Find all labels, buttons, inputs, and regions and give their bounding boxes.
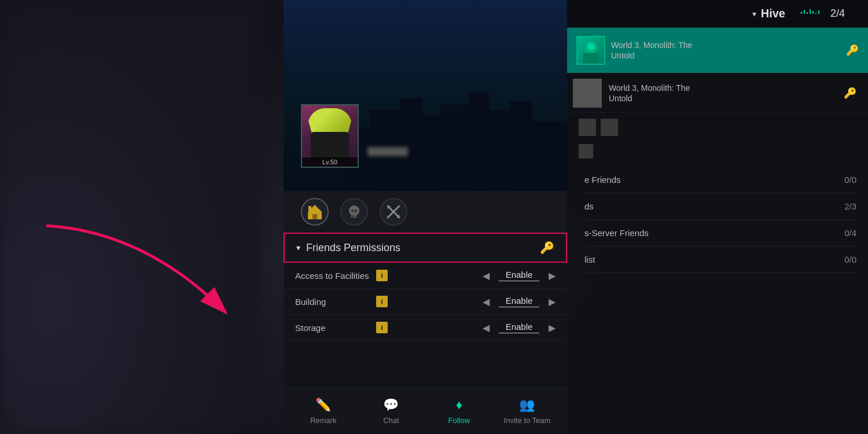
- chat-button[interactable]: 💬 Chat: [368, 398, 414, 425]
- icons-row: [284, 191, 567, 233]
- permission-row-access: Access to Facilities i ◀ Enable ▶: [284, 263, 567, 289]
- member-1-key-icon[interactable]: 🔑: [846, 44, 859, 57]
- permissions-title: Friends Permissions: [306, 242, 400, 254]
- member-2-key-icon[interactable]: 🔑: [844, 87, 856, 100]
- invite-label: Invite to Team: [504, 416, 551, 425]
- small-squares-row: [567, 113, 868, 142]
- svg-point-19: [351, 209, 354, 212]
- follow-button[interactable]: ♦ Follow: [436, 398, 482, 425]
- character-avatar: Lv.50: [301, 104, 359, 168]
- building-next-button[interactable]: ▶: [549, 296, 556, 307]
- permissions-header[interactable]: ▾ Friends Permissions 🔑: [284, 233, 567, 263]
- storage-prev-button[interactable]: ◀: [483, 322, 490, 333]
- svg-rect-3: [440, 104, 469, 191]
- svg-rect-14: [308, 206, 311, 209]
- member-1-location: World 3, Monolith: The Untold: [611, 40, 840, 61]
- follow-icon: ♦: [456, 398, 462, 413]
- arrow-annotation: [29, 220, 249, 336]
- action-bar: ✏️ Remark 💬 Chat ♦ Follow 👥 Invite to Te…: [284, 388, 567, 434]
- access-facilities-controls: ◀ Enable ▶: [395, 270, 556, 281]
- svg-rect-34: [583, 53, 599, 64]
- hive-member-2: World 3, Monolith: The Untold 🔑: [567, 74, 868, 113]
- permissions-section: ▾ Friends Permissions 🔑 Access to Facili…: [284, 233, 567, 388]
- member-1-avatar: [576, 36, 605, 65]
- member-1-info: World 3, Monolith: The Untold: [611, 40, 840, 61]
- right-label-3: list: [584, 255, 595, 264]
- svg-point-35: [587, 43, 595, 50]
- right-panel: ▾ Hive 2/4: [567, 0, 868, 434]
- small-square-3: [579, 144, 593, 159]
- hive-wave-icon: [799, 8, 822, 20]
- right-count-1: 2/3: [844, 201, 856, 211]
- permission-row-storage: Storage i ◀ Enable ▶: [284, 315, 567, 341]
- permissions-key-icon: 🔑: [540, 241, 554, 255]
- right-count-2: 0/4: [844, 228, 856, 238]
- top-header: ▾ Hive 2/4: [567, 0, 868, 28]
- svg-rect-17: [352, 215, 354, 218]
- svg-point-15: [349, 205, 359, 216]
- left-background-area: [0, 0, 284, 434]
- svg-rect-12: [312, 214, 317, 219]
- skull-icon-button[interactable]: [340, 198, 368, 226]
- follow-label: Follow: [448, 416, 470, 425]
- svg-rect-18: [355, 215, 356, 218]
- right-label-row-2: s-Server Friends 0/4: [584, 220, 856, 247]
- character-name-blurred: [367, 147, 408, 156]
- cross-swords-icon-button[interactable]: [380, 198, 407, 226]
- building-label: Building: [295, 297, 376, 307]
- svg-rect-13: [308, 208, 311, 213]
- storage-controls: ◀ Enable ▶: [395, 322, 556, 333]
- access-facilities-info-button[interactable]: i: [376, 270, 388, 281]
- right-label-row-1: ds 2/3: [584, 193, 856, 220]
- right-label-1: ds: [584, 201, 594, 211]
- svg-rect-1: [399, 98, 422, 191]
- right-label-row-3: list 0/0: [584, 247, 856, 273]
- right-count-3: 0/0: [844, 255, 856, 264]
- member-2-location: World 3, Monolith: The Untold: [609, 83, 837, 104]
- access-facilities-prev-button[interactable]: ◀: [483, 270, 490, 281]
- storage-info-button[interactable]: i: [376, 322, 388, 333]
- character-level: Lv.50: [302, 157, 358, 167]
- building-value: Enable: [499, 296, 539, 307]
- access-facilities-next-button[interactable]: ▶: [549, 270, 556, 281]
- chat-label: Chat: [383, 416, 399, 425]
- access-facilities-label: Access to Facilities: [295, 271, 376, 281]
- storage-value: Enable: [499, 322, 539, 333]
- cross-swords-icon: [385, 204, 402, 220]
- svg-point-20: [355, 209, 358, 212]
- hive-title: Hive: [761, 7, 785, 20]
- storage-label: Storage: [295, 323, 376, 333]
- svg-rect-5: [486, 110, 512, 191]
- svg-rect-4: [469, 93, 489, 191]
- member-2-info: World 3, Monolith: The Untold: [609, 83, 837, 104]
- access-facilities-value: Enable: [499, 270, 539, 281]
- svg-rect-2: [422, 116, 440, 191]
- character-mask: [311, 132, 349, 161]
- main-screen: Lv.50: [0, 0, 868, 434]
- right-side-list: e Friends 0/0 ds 2/3 s-Server Friends 0/…: [567, 161, 868, 279]
- permission-row-building: Building i ◀ Enable ▶: [284, 289, 567, 315]
- permissions-chevron-icon: ▾: [296, 243, 300, 252]
- member-2-avatar-inner: [574, 80, 601, 106]
- hive-dropdown[interactable]: ▾ Hive: [752, 7, 830, 20]
- extra-square-row: [567, 142, 868, 161]
- invite-to-team-button[interactable]: 👥 Invite to Team: [504, 398, 551, 425]
- storage-next-button[interactable]: ▶: [549, 322, 556, 333]
- character-card: Lv.50: [284, 0, 567, 191]
- remark-button[interactable]: ✏️ Remark: [300, 398, 347, 425]
- permissions-header-left: ▾ Friends Permissions: [296, 242, 400, 254]
- right-label-row-0: e Friends 0/0: [584, 167, 856, 193]
- member-1-avatar-inner: [578, 37, 604, 64]
- hive-chevron-icon: ▾: [752, 9, 756, 19]
- right-label-0: e Friends: [584, 175, 621, 185]
- building-info-button[interactable]: i: [376, 296, 388, 307]
- member-2-avatar: [573, 79, 602, 108]
- small-square-2: [601, 119, 618, 136]
- skull-icon: [346, 204, 362, 220]
- invite-icon: 👥: [519, 398, 535, 413]
- remark-icon: ✏️: [315, 398, 331, 413]
- house-icon-button[interactable]: [301, 198, 329, 226]
- building-prev-button[interactable]: ◀: [483, 296, 490, 307]
- remark-label: Remark: [310, 416, 337, 425]
- hive-count: 2/4: [830, 8, 845, 20]
